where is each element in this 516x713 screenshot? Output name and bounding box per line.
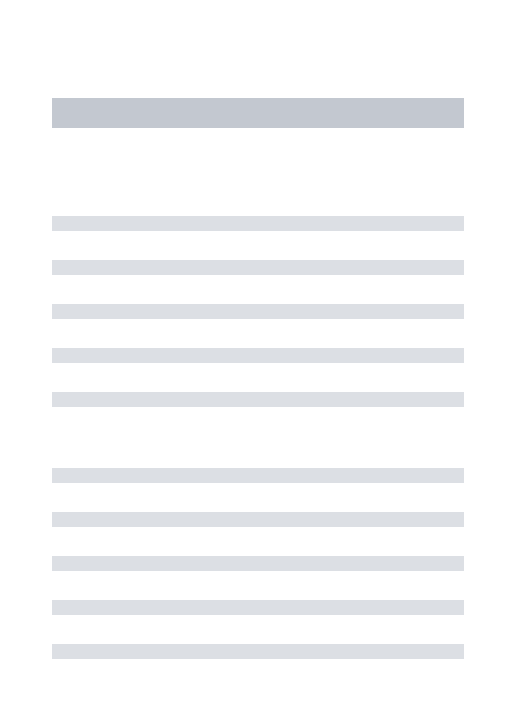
text-line-placeholder (52, 644, 464, 659)
header-placeholder (52, 98, 464, 128)
text-line-placeholder (52, 392, 464, 407)
text-line-placeholder (52, 260, 464, 275)
text-line-placeholder (52, 556, 464, 571)
text-line-placeholder (52, 512, 464, 527)
spacer (52, 436, 464, 468)
text-line-placeholder (52, 348, 464, 363)
text-line-placeholder (52, 600, 464, 615)
text-block-1 (52, 216, 464, 407)
text-line-placeholder (52, 468, 464, 483)
page-skeleton (0, 0, 516, 659)
text-line-placeholder (52, 216, 464, 231)
text-line-placeholder (52, 304, 464, 319)
text-block-2 (52, 468, 464, 659)
